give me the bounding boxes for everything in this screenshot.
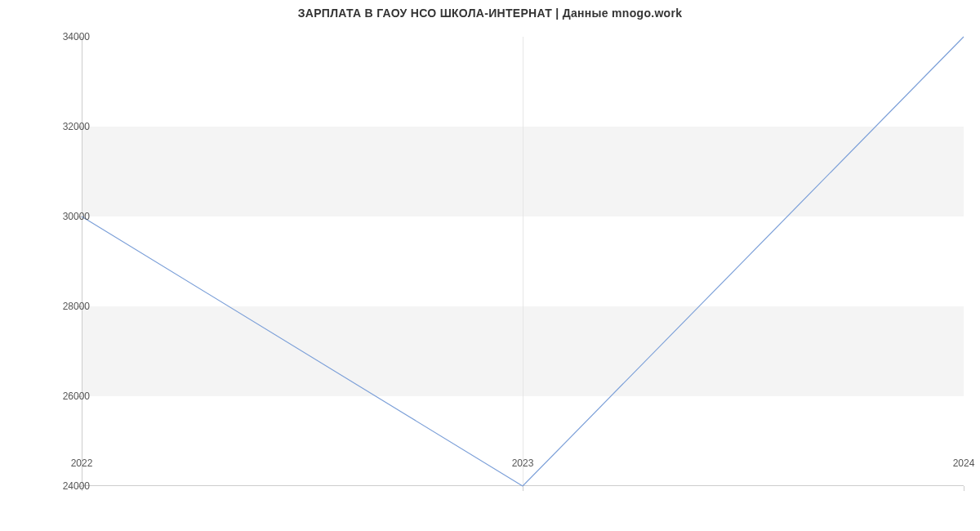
x-tick-label: 2023 <box>512 457 534 469</box>
x-tick-label: 2024 <box>953 457 975 469</box>
y-tick-label: 24000 <box>24 480 90 492</box>
y-tick-label: 28000 <box>24 301 90 312</box>
series-line <box>82 37 964 486</box>
y-tick-label: 32000 <box>24 121 90 132</box>
line-svg <box>82 37 964 486</box>
chart-container: ЗАРПЛАТА В ГАОУ НСО ШКОЛА-ИНТЕРНАТ | Дан… <box>0 0 980 531</box>
x-tick <box>523 486 523 491</box>
chart-title: ЗАРПЛАТА В ГАОУ НСО ШКОЛА-ИНТЕРНАТ | Дан… <box>0 7 980 20</box>
y-tick-label: 34000 <box>24 31 90 42</box>
x-tick <box>964 486 964 491</box>
y-tick-label: 30000 <box>24 211 90 222</box>
x-tick-label: 2022 <box>71 457 93 469</box>
y-tick-label: 26000 <box>24 390 90 402</box>
plot-area <box>82 37 964 486</box>
